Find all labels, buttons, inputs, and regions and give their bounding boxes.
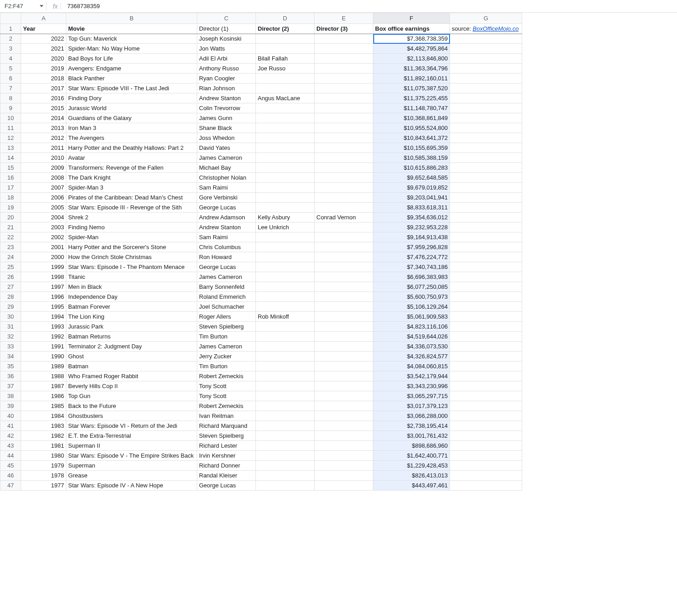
cell-earnings[interactable]: $443,497,461 [373, 481, 450, 491]
cell-empty-g[interactable] [450, 272, 522, 282]
cell-d3[interactable] [315, 312, 373, 322]
cell-d3[interactable] [315, 322, 373, 332]
cell-earnings[interactable]: $826,413,013 [373, 471, 450, 481]
row-header[interactable]: 9 [0, 103, 21, 113]
col-header-B[interactable]: B [66, 13, 197, 24]
row-header[interactable]: 27 [0, 282, 21, 292]
cell-d3[interactable] [315, 471, 373, 481]
cell-d2[interactable] [256, 163, 315, 173]
row-header[interactable]: 15 [0, 163, 21, 173]
cell-d1[interactable]: Andrew Stanton [197, 93, 256, 103]
cell-d3[interactable] [315, 232, 373, 242]
cell-d3[interactable] [315, 54, 373, 64]
cell-movie[interactable]: Avengers: Endgame [66, 64, 197, 74]
cell-d3[interactable] [315, 183, 373, 193]
cell-empty-g[interactable] [450, 391, 522, 401]
cell-movie[interactable]: Guardians of the Galaxy [66, 113, 197, 123]
cell-d1[interactable]: Tony Scott [197, 381, 256, 391]
cell-earnings[interactable]: $6,696,383,983 [373, 272, 450, 282]
cell-d2[interactable]: Rob Minkoff [256, 312, 315, 322]
cell-earnings[interactable]: $4,084,060,815 [373, 361, 450, 371]
cell-movie[interactable]: Spider-Man 3 [66, 183, 197, 193]
cell-empty-g[interactable] [450, 471, 522, 481]
cell-d1[interactable]: Robert Zemeckis [197, 371, 256, 381]
cell-movie[interactable]: Spider-Man: No Way Home [66, 44, 197, 54]
cell-year[interactable]: 2005 [21, 203, 66, 213]
cell-earnings[interactable]: $11,363,364,796 [373, 64, 450, 74]
cell-movie[interactable]: Iron Man 3 [66, 123, 197, 133]
cell-empty-g[interactable] [450, 64, 522, 74]
cell-d2[interactable] [256, 183, 315, 193]
cell-empty-g[interactable] [450, 252, 522, 262]
cell-d2[interactable] [256, 242, 315, 252]
cell-d1[interactable]: Tim Burton [197, 332, 256, 342]
cell-d1[interactable]: Richard Marquand [197, 421, 256, 431]
row-header[interactable]: 11 [0, 123, 21, 133]
cell-movie[interactable]: Terminator 2: Judgment Day [66, 342, 197, 352]
cell-d1[interactable]: Christopher Nolan [197, 173, 256, 183]
header-earnings[interactable]: Box office earnings [373, 24, 450, 34]
cell-year[interactable]: 2016 [21, 93, 66, 103]
cell-movie[interactable]: Superman II [66, 441, 197, 451]
cell-year[interactable]: 2010 [21, 153, 66, 163]
cell-empty-g[interactable] [450, 332, 522, 342]
cell-movie[interactable]: Bad Boys for Life [66, 54, 197, 64]
cell-d1[interactable]: Adil El Arbi [197, 54, 256, 64]
row-header[interactable]: 32 [0, 332, 21, 342]
cell-year[interactable]: 2020 [21, 54, 66, 64]
cell-movie[interactable]: The Lion King [66, 312, 197, 322]
row-header[interactable]: 14 [0, 153, 21, 163]
cell-empty-g[interactable] [450, 133, 522, 143]
cell-movie[interactable]: Superman [66, 461, 197, 471]
row-header[interactable]: 28 [0, 292, 21, 302]
cell-year[interactable]: 1995 [21, 302, 66, 312]
cell-movie[interactable]: E.T. the Extra-Terrestrial [66, 431, 197, 441]
cell-earnings[interactable]: $5,600,750,973 [373, 292, 450, 302]
cell-movie[interactable]: Independence Day [66, 292, 197, 302]
row-header[interactable]: 40 [0, 411, 21, 421]
cell-movie[interactable]: Shrek 2 [66, 213, 197, 222]
row-header[interactable]: 42 [0, 431, 21, 441]
cell-d2[interactable] [256, 401, 315, 411]
cell-d1[interactable]: Irvin Kershner [197, 451, 256, 461]
cell-earnings[interactable]: $2,113,846,800 [373, 54, 450, 64]
cell-movie[interactable]: Back to the Future [66, 401, 197, 411]
cell-d2[interactable] [256, 232, 315, 242]
name-box[interactable] [3, 2, 39, 10]
cell-d2[interactable] [256, 411, 315, 421]
cell-earnings[interactable]: $898,686,960 [373, 441, 450, 451]
row-header[interactable]: 5 [0, 64, 21, 74]
cell-d2[interactable] [256, 272, 315, 282]
cell-d2[interactable] [256, 381, 315, 391]
cell-earnings[interactable]: $9,354,636,012 [373, 213, 450, 222]
cell-d2[interactable] [256, 352, 315, 361]
cell-empty-g[interactable] [450, 163, 522, 173]
col-header-F[interactable]: F [373, 13, 450, 24]
cell-d1[interactable]: James Cameron [197, 153, 256, 163]
cell-empty-g[interactable] [450, 193, 522, 203]
row-header[interactable]: 41 [0, 421, 21, 431]
cell-empty-g[interactable] [450, 262, 522, 272]
row-header[interactable]: 45 [0, 461, 21, 471]
cell-d2[interactable] [256, 342, 315, 352]
cell-d2[interactable] [256, 153, 315, 163]
cell-d2[interactable] [256, 262, 315, 272]
cell-earnings[interactable]: $4,482,795,864 [373, 44, 450, 54]
cell-earnings[interactable]: $5,106,129,264 [373, 302, 450, 312]
cell-d1[interactable]: Joseph Kosinski [197, 34, 256, 44]
cell-d3[interactable] [315, 352, 373, 361]
cell-d3[interactable] [315, 123, 373, 133]
cell-d3[interactable] [315, 74, 373, 83]
row-header[interactable]: 19 [0, 203, 21, 213]
cell-d2[interactable] [256, 282, 315, 292]
row-header[interactable]: 16 [0, 173, 21, 183]
cell-d1[interactable]: Ivan Reitman [197, 411, 256, 421]
cell-d2[interactable] [256, 113, 315, 123]
cell-empty-g[interactable] [450, 302, 522, 312]
cell-d1[interactable]: David Yates [197, 143, 256, 153]
cell-d3[interactable] [315, 193, 373, 203]
cell-year[interactable]: 2004 [21, 213, 66, 222]
cell-earnings[interactable]: $10,955,524,800 [373, 123, 450, 133]
cell-year[interactable]: 2012 [21, 133, 66, 143]
cell-year[interactable]: 2019 [21, 64, 66, 74]
